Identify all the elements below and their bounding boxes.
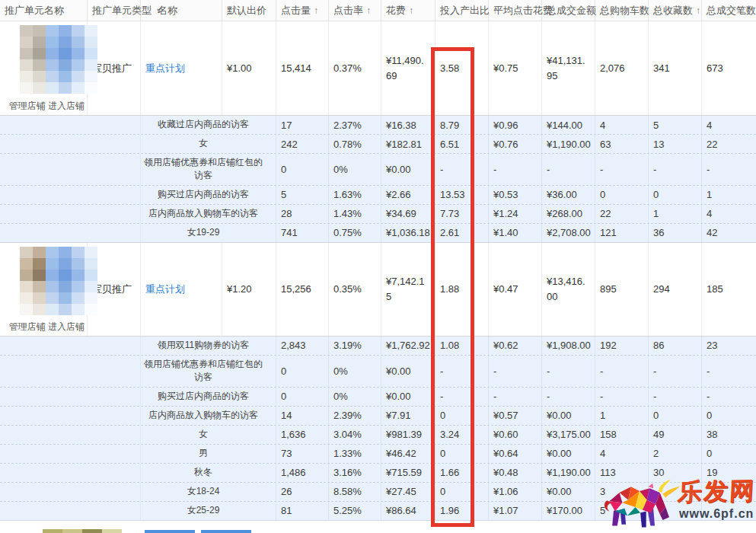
cell-cost: ¥86.64 <box>381 502 435 520</box>
column-header-3: 名称 <box>141 0 222 21</box>
blurred-shop-image[interactable] <box>20 247 97 315</box>
cell-orders-value: 185 <box>707 283 723 295</box>
audience-name-cell: 店内商品放入购物车的访客 <box>141 205 276 223</box>
column-header-11[interactable]: 总购物车数↑ <box>595 0 649 21</box>
cell-ctr: 3.19% <box>329 337 381 355</box>
sort-arrow-icon[interactable]: ↑ <box>409 5 413 16</box>
sub-row-spacer <box>0 205 141 223</box>
cell-clicks: 1,486 <box>276 464 329 482</box>
cell-favs-value: 2 <box>653 448 659 459</box>
audience-name-cell-value: 女25-29 <box>187 504 220 517</box>
cell-roi-value: 0 <box>440 448 445 459</box>
manage-shop-link[interactable]: 管理店铺 <box>9 101 46 111</box>
manage-shop-link[interactable]: 管理店铺 <box>9 321 46 332</box>
audience-sub-row: 店内商品放入购物车的访客281.43%¥34.697.73¥1.24¥268.0… <box>0 205 756 224</box>
cell-avg-value: ¥0.57 <box>493 410 518 421</box>
cell-orders: - <box>702 154 756 185</box>
cell-carts: 158 <box>595 426 649 444</box>
cell-avg: ¥0.96 <box>489 116 542 134</box>
cell-avg-value: ¥0.47 <box>493 283 518 295</box>
cell-ctr: 5.25% <box>329 502 381 520</box>
cell-clicks-value: 741 <box>281 227 298 238</box>
audience-name-cell-value: 男 <box>199 447 208 460</box>
cell-roi-value: 13.53 <box>440 189 465 200</box>
column-header-7[interactable]: 花费↑ <box>381 0 435 21</box>
default-bid-cell-value: ¥1.00 <box>227 62 252 74</box>
cell-clicks: 28 <box>276 205 329 223</box>
cell-cost-value: ¥86.64 <box>386 505 416 516</box>
plan-name-link[interactable]: 重点计划 <box>145 282 185 296</box>
cell-carts-value: 158 <box>600 429 617 440</box>
cell-cost: ¥715.59 <box>381 464 435 482</box>
plan-name-cell: 重点计划 <box>141 21 222 115</box>
cell-amount: - <box>542 154 595 185</box>
cell-favs-value: 49 <box>653 429 664 440</box>
cell-clicks-value: 26 <box>281 486 292 497</box>
cell-ctr: 8.58% <box>329 483 381 501</box>
cell-cost-value: ¥182.81 <box>386 139 422 150</box>
cell-carts-value: - <box>600 391 603 402</box>
cell-clicks-value: 242 <box>281 139 298 150</box>
cell-orders-value: 42 <box>707 227 717 238</box>
cell-ctr: 2.39% <box>329 407 381 425</box>
column-header-2[interactable]: 推广单元类型▼ <box>88 0 141 21</box>
column-header-12[interactable]: 总收藏数↑ <box>649 0 702 21</box>
cell-carts-value: 1 <box>600 410 605 421</box>
cell-ctr-value: 1.63% <box>333 189 362 200</box>
cell-amount: ¥0.00 <box>542 445 595 463</box>
column-header-9: 平均点击花费 <box>489 0 542 21</box>
cell-avg: - <box>489 388 542 406</box>
column-header-10[interactable]: 总成交金额↑ <box>542 0 595 21</box>
cell-roi-value: - <box>440 164 443 175</box>
cell-clicks-value: 1,486 <box>281 467 306 478</box>
cell-ctr: 0% <box>329 154 381 185</box>
clipped-link-placeholder[interactable] <box>145 530 195 533</box>
cell-favs-value: 13 <box>653 139 664 150</box>
cell-avg: ¥1.07 <box>489 502 542 520</box>
cell-favs: 1 <box>649 205 702 223</box>
column-header-label: 点击量 <box>281 4 311 18</box>
column-header-5[interactable]: 点击量↑ <box>276 0 329 21</box>
cell-cost-value: ¥16.38 <box>386 120 416 131</box>
default-bid-cell: ¥1.00 <box>222 21 276 115</box>
cell-roi-value: 3.24 <box>440 429 459 440</box>
cell-ctr-value: 5.25% <box>333 505 362 516</box>
blurred-shop-image[interactable] <box>20 25 97 94</box>
audience-name-cell: 领用店铺优惠券和店铺红包的访客 <box>141 356 276 387</box>
cell-cost: ¥16.38 <box>381 116 435 134</box>
cell-favs: - <box>649 154 702 185</box>
cell-cost: ¥0.00 <box>381 356 435 387</box>
audience-name-cell-value: 收藏过店内商品的访客 <box>158 118 249 131</box>
cell-amount-value: ¥144.00 <box>547 120 582 131</box>
cell-amount-value: ¥1,190.00 <box>547 139 591 150</box>
enter-shop-link[interactable]: 进入店铺 <box>48 321 85 332</box>
cell-amount-value: ¥0.00 <box>547 448 572 459</box>
column-header-6[interactable]: 点击率↑ <box>329 0 381 21</box>
cell-avg-value: ¥0.53 <box>493 189 518 200</box>
cell-carts-value: 192 <box>600 340 617 351</box>
cell-favs-value: 341 <box>653 62 670 74</box>
column-header-label: 总购物车数 <box>600 4 649 18</box>
cell-amount: ¥41,131.95 <box>542 21 595 115</box>
cell-orders: 0 <box>702 407 756 425</box>
unit-type-cell-value: 宝贝推广 <box>92 282 132 296</box>
cell-orders-value: - <box>707 164 710 175</box>
cell-orders: - <box>702 388 756 406</box>
column-header-8[interactable]: 投入产出比↑ <box>435 0 489 21</box>
enter-shop-link[interactable]: 进入店铺 <box>48 101 85 111</box>
cell-roi-value: 6.51 <box>440 139 459 150</box>
cell-roi-value: 7.73 <box>440 208 459 219</box>
sort-arrow-icon[interactable]: ↑ <box>314 5 318 16</box>
sort-arrow-icon[interactable]: ↑ <box>696 5 700 16</box>
cell-clicks: 0 <box>276 356 329 387</box>
clipped-link-placeholder[interactable] <box>201 530 251 533</box>
audience-name-cell-value: 领用店铺优惠券和店铺红包的访客 <box>141 358 266 385</box>
cell-ctr: 1.43% <box>329 205 381 223</box>
sort-arrow-icon[interactable]: ↑ <box>366 5 371 16</box>
sub-row-spacer <box>0 407 141 425</box>
cell-roi: 2.61 <box>435 224 489 242</box>
cell-cost: ¥34.69 <box>381 205 435 223</box>
column-header-1: 推广单元名称 <box>0 0 88 21</box>
cell-roi-value: 1.96 <box>440 505 459 516</box>
plan-name-link[interactable]: 重点计划 <box>145 62 185 75</box>
